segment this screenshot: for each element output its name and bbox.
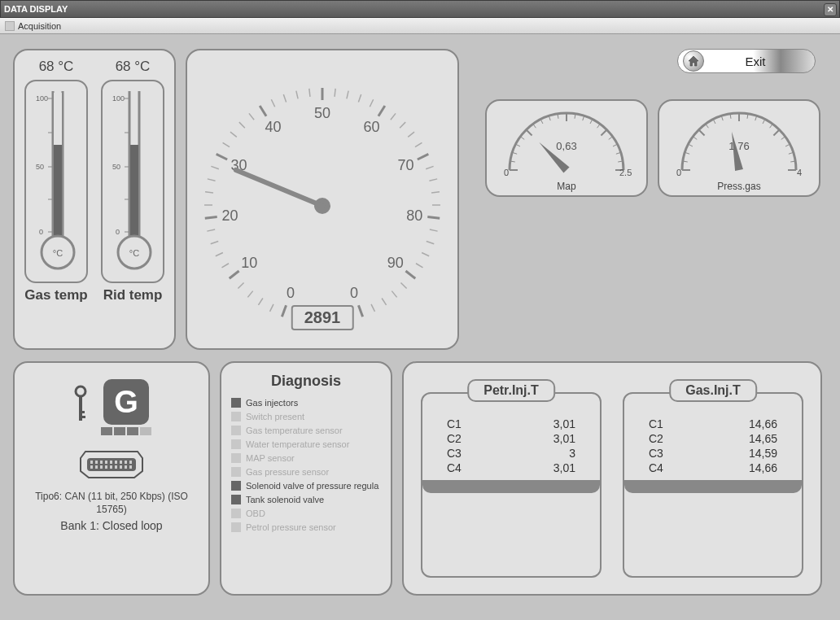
status-square-icon [231, 398, 241, 408]
inj-row: C414,66 [636, 461, 790, 475]
diagnosis-list: Gas injectors Switch present Gas tempera… [231, 398, 381, 532]
svg-line-38 [207, 229, 215, 231]
svg-line-65 [391, 113, 396, 120]
svg-line-96 [527, 130, 532, 136]
svg-line-122 [706, 124, 709, 128]
rpm-dial: 01020304050607080900 [192, 61, 453, 338]
svg-line-42 [205, 192, 213, 193]
exit-button[interactable]: Exit [677, 49, 816, 73]
workspace: Exit 68 °C °C 100 50 [0, 34, 840, 620]
svg-rect-149 [105, 461, 107, 464]
svg-rect-150 [110, 461, 112, 464]
svg-line-29 [270, 304, 273, 312]
petr-inj-footer [422, 480, 600, 493]
diag-item[interactable]: OBD [231, 509, 381, 518]
svg-line-54 [283, 94, 286, 102]
status-panel: G Tipo6: CAN (11 bit, 250 Kbps) (ISO 157… [13, 361, 210, 596]
svg-line-44 [211, 166, 218, 168]
svg-line-90 [236, 170, 322, 206]
svg-line-106 [601, 130, 606, 136]
diag-item-label: Gas injectors [246, 398, 298, 408]
svg-rect-145 [87, 458, 136, 471]
svg-line-36 [216, 252, 223, 255]
inj-row: C23,01 [434, 431, 588, 446]
svg-text:10: 10 [241, 255, 257, 271]
diag-item[interactable]: Switch present [231, 412, 381, 421]
svg-line-33 [230, 271, 239, 278]
svg-line-71 [426, 166, 433, 168]
diag-item[interactable]: Solenoid valve of pressure regula [231, 481, 381, 491]
diag-item[interactable]: Gas pressure sensor [231, 467, 381, 477]
svg-line-79 [422, 252, 429, 255]
svg-line-84 [392, 291, 396, 298]
inj-row: C43,01 [434, 461, 588, 475]
diag-item[interactable]: Petrol pressure sensor [231, 522, 381, 532]
svg-line-67 [408, 132, 414, 137]
svg-line-81 [405, 271, 415, 278]
svg-line-80 [416, 264, 423, 268]
svg-text:0: 0 [39, 228, 43, 236]
status-square-icon [231, 439, 241, 449]
svg-line-43 [208, 179, 216, 181]
svg-rect-155 [90, 465, 93, 469]
svg-line-108 [613, 144, 617, 146]
close-button[interactable]: ✕ [824, 3, 837, 16]
window-title: DATA DISPLAY [4, 4, 68, 14]
pressgas-gauge-panel: 0 4 1,76 Press.gas [658, 99, 820, 197]
svg-text:100: 100 [112, 94, 125, 103]
svg-point-141 [76, 386, 85, 396]
pressgas-gauge: 0 4 1,76 [662, 109, 816, 179]
svg-rect-3 [54, 93, 62, 145]
svg-line-62 [370, 99, 373, 107]
inj-row: C114,66 [636, 417, 790, 431]
rid-temp-label: Rid temp [103, 288, 163, 303]
svg-line-129 [763, 120, 765, 124]
svg-line-95 [520, 137, 524, 140]
svg-line-47 [223, 142, 230, 146]
svg-line-77 [430, 229, 438, 231]
menu-acquisition[interactable]: Acquisition [18, 21, 61, 31]
svg-rect-163 [129, 465, 132, 469]
map-gauge-panel: 0 2.5 0,63 Map [485, 99, 648, 197]
svg-line-131 [773, 130, 779, 136]
diag-item-label: OBD [246, 509, 265, 518]
svg-line-48 [230, 132, 237, 137]
diagnosis-panel: Diagnosis Gas injectors Switch present G… [220, 361, 392, 596]
svg-line-78 [427, 242, 434, 244]
inj-row: C13,01 [434, 417, 588, 431]
svg-line-39 [205, 217, 217, 219]
diag-item[interactable]: Gas temperature sensor [231, 426, 381, 435]
svg-text:20: 20 [222, 207, 238, 224]
status-protocol: Tipo6: CAN (11 bit, 250 Kbps) (ISO 15765… [26, 491, 197, 516]
status-bank: Bank 1: Closed loop [60, 519, 162, 532]
diag-item[interactable]: Gas injectors [231, 398, 381, 408]
svg-text:0,63: 0,63 [556, 140, 576, 152]
gas-temp-column: 68 °C °C 100 50 0 [20, 59, 93, 340]
svg-text:0: 0 [676, 168, 681, 177]
diag-item[interactable]: Tank solenoid valve [231, 495, 381, 504]
svg-line-87 [358, 305, 362, 317]
svg-line-60 [347, 91, 348, 99]
svg-line-130 [770, 124, 773, 128]
thermometer-panel: 68 °C °C 100 50 0 [13, 49, 176, 350]
gas-inj-title: Gas.Inj.T [669, 379, 757, 402]
status-square-icon [231, 426, 241, 435]
svg-line-27 [282, 305, 286, 317]
svg-rect-158 [105, 465, 107, 469]
svg-line-69 [418, 154, 428, 159]
svg-line-50 [249, 113, 254, 120]
exit-label: Exit [704, 55, 815, 68]
svg-rect-143 [79, 416, 85, 418]
svg-rect-144 [79, 411, 85, 413]
gas-inj-footer [624, 480, 802, 493]
svg-text:1,76: 1,76 [728, 140, 749, 152]
diag-item[interactable]: MAP sensor [231, 453, 381, 463]
svg-text:50: 50 [112, 163, 120, 171]
svg-line-32 [238, 282, 243, 288]
diag-item-label: Switch present [246, 412, 304, 421]
svg-line-83 [400, 282, 406, 288]
svg-text:100: 100 [36, 94, 48, 103]
svg-line-75 [427, 217, 440, 219]
svg-line-61 [358, 94, 361, 102]
diag-item[interactable]: Water temperature sensor [231, 439, 381, 449]
